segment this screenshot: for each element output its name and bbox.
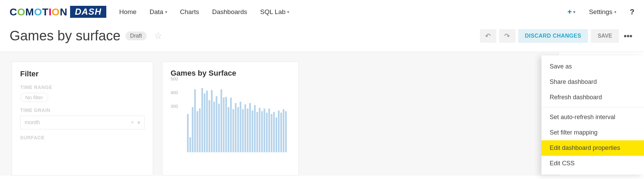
- chart-bar: [242, 109, 244, 152]
- undo-button[interactable]: ↶: [480, 29, 496, 43]
- chart-plot-area[interactable]: 300400500: [171, 84, 290, 152]
- filter-time-range-label: TIME RANGE: [20, 85, 145, 90]
- chart-bar: [228, 107, 229, 152]
- nav-home[interactable]: Home: [119, 8, 137, 16]
- filter-time-grain-label: TIME GRAIN: [20, 107, 145, 113]
- menu-share[interactable]: Share dashboard: [541, 74, 644, 90]
- dashboard-header: Games by surface Draft ☆ ↶ ↷ DISCARD CHA…: [0, 24, 644, 52]
- menu-edit-properties[interactable]: Edit dashboard properties: [541, 140, 644, 156]
- chart-bar: [220, 89, 222, 152]
- more-actions-menu: Save as Share dashboard Refresh dashboar…: [541, 55, 644, 175]
- menu-edit-css[interactable]: Edit CSS: [541, 156, 644, 171]
- caret-down-icon: ▾: [165, 10, 167, 14]
- chart-bar: [247, 108, 249, 152]
- redo-icon: ↷: [504, 32, 510, 40]
- new-button[interactable]: + ▾: [567, 8, 575, 16]
- chart-bar: [261, 111, 263, 152]
- caret-down-icon: ▾: [573, 10, 575, 14]
- chart-bar: [213, 102, 215, 152]
- chart-bar: [254, 105, 256, 152]
- chart-bar: [223, 98, 225, 152]
- chart-title: Games by Surface: [171, 69, 290, 78]
- nav-sqllab[interactable]: SQL Lab▾: [260, 8, 289, 16]
- nav-settings[interactable]: Settings▾: [589, 8, 616, 16]
- filter-time-grain-value: month: [25, 119, 40, 126]
- status-badge: Draft: [125, 31, 147, 40]
- undo-icon: ↶: [485, 32, 491, 40]
- chart-bar: [201, 88, 203, 152]
- clear-icon[interactable]: ×: [131, 119, 134, 126]
- chart-bar: [278, 111, 280, 152]
- nav-data-label: Data: [149, 8, 163, 16]
- chart-bar: [218, 104, 220, 152]
- chart-bar: [194, 89, 196, 152]
- chart-bar: [264, 108, 265, 152]
- chart-bar: [197, 111, 198, 152]
- help-icon[interactable]: ?: [630, 8, 634, 16]
- menu-refresh[interactable]: Refresh dashboard: [541, 90, 644, 105]
- brand-badge: DASH: [70, 6, 106, 18]
- chart-bar: [268, 108, 270, 152]
- chart-bar: [237, 107, 239, 152]
- nav-charts[interactable]: Charts: [180, 8, 199, 16]
- nav-dashboards[interactable]: Dashboards: [212, 8, 247, 16]
- chart-bar: [232, 109, 234, 152]
- nav-links: Home Data▾ Charts Dashboards SQL Lab▾: [119, 8, 290, 16]
- chart-ytick: 400: [171, 90, 178, 95]
- chart-bar: [252, 111, 253, 152]
- filter-time-range-value[interactable]: No filter: [20, 93, 48, 102]
- nav-right: + ▾ Settings▾ ?: [567, 8, 634, 16]
- chart-bar: [206, 91, 208, 152]
- filter-surface-label: SURFACE: [20, 135, 145, 140]
- filter-panel: Filter TIME RANGE No filter TIME GRAIN m…: [12, 62, 153, 176]
- favorite-star-icon[interactable]: ☆: [154, 30, 162, 41]
- discard-changes-button[interactable]: DISCARD CHANGES: [518, 29, 588, 43]
- chart-bar: [209, 100, 210, 152]
- chart-bar: [280, 113, 282, 152]
- nav-dashboards-label: Dashboards: [212, 8, 247, 16]
- chart-bar: [285, 111, 287, 152]
- chart-bar: [283, 109, 284, 152]
- nav-data[interactable]: Data▾: [149, 8, 167, 16]
- chart-bar: [187, 114, 189, 152]
- more-actions-button[interactable]: •••: [622, 31, 634, 41]
- chart-bar: [199, 108, 201, 152]
- menu-filter-mapping[interactable]: Set filter mapping: [541, 125, 644, 140]
- chart-ytick: 300: [171, 104, 178, 109]
- chart-panel: Games by Surface 300400500: [162, 62, 299, 176]
- menu-save-as[interactable]: Save as: [541, 59, 644, 74]
- caret-down-icon: ▾: [614, 10, 616, 14]
- chart-bar: [273, 112, 275, 152]
- chart-ytick: 500: [171, 76, 178, 81]
- redo-button[interactable]: ↷: [499, 29, 515, 43]
- chart-bar: [192, 107, 193, 152]
- menu-auto-refresh[interactable]: Set auto-refresh interval: [541, 110, 644, 125]
- chart-bar: [244, 104, 246, 152]
- chart-bar: [216, 96, 217, 152]
- save-button[interactable]: SAVE: [591, 29, 619, 43]
- dashboard-title[interactable]: Games by surface: [10, 28, 121, 43]
- filter-time-grain-select[interactable]: month × ▾: [20, 116, 145, 129]
- chart-bar: [266, 113, 268, 152]
- chart-bar: [271, 114, 272, 152]
- filter-panel-title: Filter: [20, 69, 145, 78]
- more-horizontal-icon: •••: [624, 31, 632, 40]
- chevron-down-icon[interactable]: ▾: [137, 119, 140, 126]
- nav-home-label: Home: [119, 8, 137, 16]
- chart-bar: [211, 90, 213, 152]
- chart-bar: [204, 93, 205, 152]
- plus-icon: +: [567, 8, 572, 16]
- chart-bar: [249, 103, 251, 152]
- select-controls: × ▾: [131, 119, 140, 126]
- caret-down-icon: ▾: [287, 10, 289, 14]
- top-nav: COMOTION DASH Home Data▾ Charts Dashboar…: [0, 0, 644, 24]
- chart-bar: [276, 117, 277, 152]
- nav-charts-label: Charts: [180, 8, 199, 16]
- brand-logo[interactable]: COMOTION DASH: [10, 6, 106, 18]
- chart-bar: [259, 108, 260, 152]
- chart-bar: [225, 97, 227, 152]
- chart-bar: [189, 137, 191, 152]
- header-actions: ↶ ↷ DISCARD CHANGES SAVE •••: [480, 29, 634, 43]
- nav-sqllab-label: SQL Lab: [260, 8, 285, 16]
- brand-wordmark: COMOTION: [10, 6, 67, 18]
